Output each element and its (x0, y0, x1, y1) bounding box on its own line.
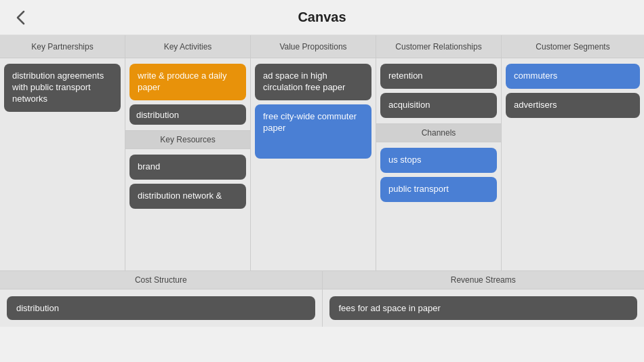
cost-structure-body: distribution (0, 289, 322, 327)
card-acquisition[interactable]: acquisition (380, 93, 497, 118)
canvas-area: Key Partnerships distribution agreements… (0, 35, 644, 327)
cost-structure-header: Cost Structure (0, 271, 322, 289)
col-key-partnerships: Key Partnerships distribution agreements… (0, 35, 125, 270)
card-distribution-network[interactable]: distribution network & (129, 184, 246, 209)
card-brand[interactable]: brand (129, 155, 246, 180)
col-key-activities: Key Activities write & produce a daily p… (125, 35, 251, 270)
card-free-city-paper[interactable]: free city-wide commuter paper (255, 104, 371, 159)
cr-body: retention acquisition Channels us stops … (376, 58, 501, 270)
card-ad-space[interactable]: ad space in high circulation free paper (255, 64, 371, 100)
card-us-stops[interactable]: us stops (380, 148, 497, 173)
col-header-value-props: Value Propositions (251, 35, 376, 58)
sub-header-channels: Channels (376, 123, 501, 142)
main-grid: Key Partnerships distribution agreements… (0, 35, 644, 271)
card-distribution-agreements[interactable]: distribution agreements with public tran… (4, 64, 121, 112)
key-activities-body: write & produce a daily paper distributi… (125, 58, 250, 270)
revenue-streams-section: Revenue Streams fees for ad space in pap… (323, 271, 645, 327)
sub-header-key-resources: Key Resources (125, 130, 250, 149)
card-distribution-partial[interactable]: distribution (129, 104, 246, 125)
col-header-customer-seg: Customer Segments (502, 35, 644, 58)
page-title: Canvas (298, 9, 346, 25)
card-distribution-cost[interactable]: distribution (7, 296, 315, 320)
card-advertisers[interactable]: advertisers (506, 93, 640, 118)
header: Canvas (0, 0, 644, 35)
ka-sub-body: brand distribution network & (125, 149, 250, 270)
bottom-section: Cost Structure distribution Revenue Stre… (0, 271, 644, 327)
back-button[interactable] (9, 7, 31, 28)
revenue-streams-header: Revenue Streams (323, 271, 645, 289)
ka-top: write & produce a daily paper distributi… (125, 58, 250, 130)
col-header-key-partnerships: Key Partnerships (0, 35, 125, 58)
col-body-customer-seg: commuters advertisers (502, 58, 644, 270)
revenue-streams-body: fees for ad space in paper (323, 289, 645, 327)
card-write-produce[interactable]: write & produce a daily paper (129, 64, 246, 100)
col-value-props: Value Propositions ad space in high circ… (251, 35, 376, 270)
col-customer-segments: Customer Segments commuters advertisers (502, 35, 644, 270)
col-header-key-activities: Key Activities (125, 35, 250, 58)
cost-structure-section: Cost Structure distribution (0, 271, 323, 327)
card-retention[interactable]: retention (380, 64, 497, 89)
col-header-customer-rel: Customer Relationships (376, 35, 501, 58)
card-commuters[interactable]: commuters (506, 64, 640, 89)
col-body-key-partnerships: distribution agreements with public tran… (0, 58, 125, 270)
col-customer-relationships: Customer Relationships retention acquisi… (376, 35, 502, 270)
col-body-value-props: ad space in high circulation free paper … (251, 58, 376, 270)
card-public-transport[interactable]: public transport (380, 177, 497, 202)
cr-sub-body: us stops public transport (376, 142, 501, 207)
cr-top: retention acquisition (376, 58, 501, 123)
card-fees-ad-space[interactable]: fees for ad space in paper (329, 296, 638, 320)
